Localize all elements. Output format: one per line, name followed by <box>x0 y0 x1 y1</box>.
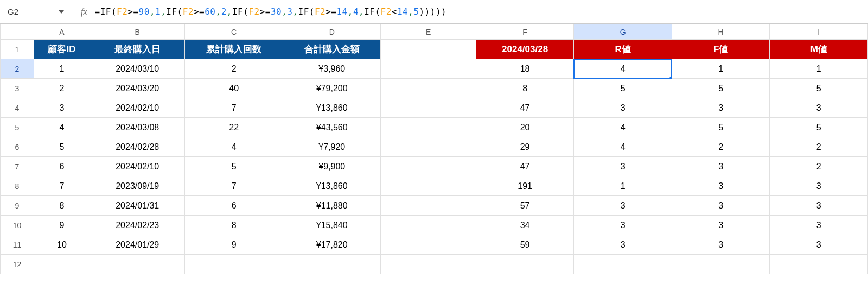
row-header-12[interactable]: 12 <box>1 255 34 274</box>
cell-B11[interactable]: 2024/01/29 <box>90 235 185 255</box>
cell-B3[interactable]: 2024/03/20 <box>90 79 185 98</box>
select-all-corner[interactable] <box>1 24 34 40</box>
cell-H4[interactable]: 3 <box>672 98 770 118</box>
cell-E5[interactable] <box>381 118 476 137</box>
cell-H2[interactable]: 1 <box>672 59 770 79</box>
column-header-E[interactable]: E <box>381 24 476 40</box>
cell-B2[interactable]: 2024/03/10 <box>90 59 185 79</box>
cell-C3[interactable]: 40 <box>185 79 283 98</box>
cell-G6[interactable]: 4 <box>574 137 672 157</box>
cell-E1[interactable] <box>381 40 476 59</box>
cell-D4[interactable]: ¥13,860 <box>283 98 381 118</box>
cell-G5[interactable]: 4 <box>574 118 672 137</box>
cell-A5[interactable]: 4 <box>34 118 90 137</box>
row-header-8[interactable]: 8 <box>1 176 34 196</box>
cell-I7[interactable]: 2 <box>770 157 868 176</box>
cell-D6[interactable]: ¥7,920 <box>283 137 381 157</box>
cell-I6[interactable]: 2 <box>770 137 868 157</box>
name-box[interactable]: G2 <box>3 4 68 20</box>
cell-B9[interactable]: 2024/01/31 <box>90 196 185 216</box>
cell-G3[interactable]: 5 <box>574 79 672 98</box>
cell-I11[interactable]: 3 <box>770 235 868 255</box>
cell-F2[interactable]: 18 <box>476 59 574 79</box>
cell-D12[interactable] <box>283 255 381 274</box>
cell-I8[interactable]: 3 <box>770 176 868 196</box>
cell-E8[interactable] <box>381 176 476 196</box>
cell-B6[interactable]: 2024/02/28 <box>90 137 185 157</box>
cell-I3[interactable]: 5 <box>770 79 868 98</box>
cell-A12[interactable] <box>34 255 90 274</box>
row-header-5[interactable]: 5 <box>1 118 34 137</box>
cell-I12[interactable] <box>770 255 868 274</box>
cell-I2[interactable]: 1 <box>770 59 868 79</box>
cell-C2[interactable]: 2 <box>185 59 283 79</box>
cell-A4[interactable]: 3 <box>34 98 90 118</box>
spreadsheet-grid[interactable]: ABCDEFGHI1顧客ID最終購入日累計購入回数合計購入金額2024/03/2… <box>0 24 868 274</box>
fx-icon[interactable]: fx <box>78 7 91 17</box>
cell-B7[interactable]: 2024/02/10 <box>90 157 185 176</box>
cell-E10[interactable] <box>381 216 476 235</box>
cell-G9[interactable]: 3 <box>574 196 672 216</box>
cell-C6[interactable]: 4 <box>185 137 283 157</box>
cell-C10[interactable]: 8 <box>185 216 283 235</box>
cell-F7[interactable]: 47 <box>476 157 574 176</box>
cell-A9[interactable]: 8 <box>34 196 90 216</box>
cell-H9[interactable]: 3 <box>672 196 770 216</box>
cell-F12[interactable] <box>476 255 574 274</box>
cell-C5[interactable]: 22 <box>185 118 283 137</box>
column-header-I[interactable]: I <box>770 24 868 40</box>
cell-G2[interactable]: 4 <box>574 59 672 79</box>
column-header-C[interactable]: C <box>185 24 283 40</box>
cell-C7[interactable]: 5 <box>185 157 283 176</box>
cell-F10[interactable]: 34 <box>476 216 574 235</box>
cell-F3[interactable]: 8 <box>476 79 574 98</box>
cell-I4[interactable]: 3 <box>770 98 868 118</box>
cell-C8[interactable]: 7 <box>185 176 283 196</box>
row-header-6[interactable]: 6 <box>1 137 34 157</box>
cell-D10[interactable]: ¥15,840 <box>283 216 381 235</box>
row-header-11[interactable]: 11 <box>1 235 34 255</box>
column-header-F[interactable]: F <box>476 24 574 40</box>
cell-A1[interactable]: 顧客ID <box>34 40 90 59</box>
cell-A11[interactable]: 10 <box>34 235 90 255</box>
cell-H6[interactable]: 2 <box>672 137 770 157</box>
cell-H8[interactable]: 3 <box>672 176 770 196</box>
cell-A10[interactable]: 9 <box>34 216 90 235</box>
cell-G11[interactable]: 3 <box>574 235 672 255</box>
cell-C4[interactable]: 7 <box>185 98 283 118</box>
cell-H3[interactable]: 5 <box>672 79 770 98</box>
cell-E3[interactable] <box>381 79 476 98</box>
cell-E4[interactable] <box>381 98 476 118</box>
cell-D9[interactable]: ¥11,880 <box>283 196 381 216</box>
cell-G12[interactable] <box>574 255 672 274</box>
row-header-1[interactable]: 1 <box>1 40 34 59</box>
cell-B5[interactable]: 2024/03/08 <box>90 118 185 137</box>
cell-D5[interactable]: ¥43,560 <box>283 118 381 137</box>
column-header-G[interactable]: G <box>574 24 672 40</box>
cell-H1[interactable]: F値 <box>672 40 770 59</box>
cell-C11[interactable]: 9 <box>185 235 283 255</box>
cell-D2[interactable]: ¥3,960 <box>283 59 381 79</box>
cell-H12[interactable] <box>672 255 770 274</box>
cell-A7[interactable]: 6 <box>34 157 90 176</box>
row-header-7[interactable]: 7 <box>1 157 34 176</box>
cell-B10[interactable]: 2024/02/23 <box>90 216 185 235</box>
cell-G8[interactable]: 1 <box>574 176 672 196</box>
cell-H10[interactable]: 3 <box>672 216 770 235</box>
cell-G1[interactable]: R値 <box>574 40 672 59</box>
cell-I10[interactable]: 3 <box>770 216 868 235</box>
cell-B1[interactable]: 最終購入日 <box>90 40 185 59</box>
cell-E11[interactable] <box>381 235 476 255</box>
cell-E9[interactable] <box>381 196 476 216</box>
cell-F8[interactable]: 191 <box>476 176 574 196</box>
cell-A6[interactable]: 5 <box>34 137 90 157</box>
cell-F1[interactable]: 2024/03/28 <box>476 40 574 59</box>
column-header-D[interactable]: D <box>283 24 381 40</box>
cell-D7[interactable]: ¥9,900 <box>283 157 381 176</box>
cell-B12[interactable] <box>90 255 185 274</box>
cell-C9[interactable]: 6 <box>185 196 283 216</box>
row-header-3[interactable]: 3 <box>1 79 34 98</box>
cell-C1[interactable]: 累計購入回数 <box>185 40 283 59</box>
cell-H7[interactable]: 3 <box>672 157 770 176</box>
cell-I5[interactable]: 5 <box>770 118 868 137</box>
